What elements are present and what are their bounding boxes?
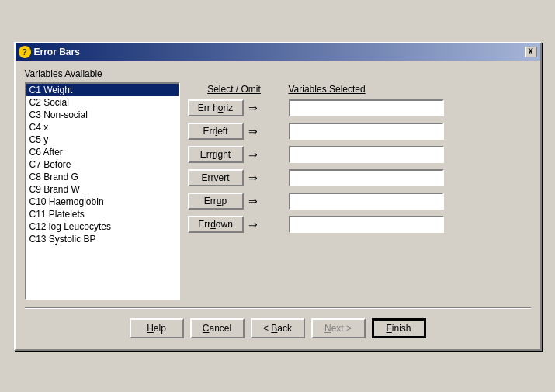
variables-selected-label: Variables Selected bbox=[289, 84, 531, 95]
variables-available-panel: Variables Available C1 Weight C2 Social … bbox=[25, 68, 180, 300]
list-item[interactable]: C4 x bbox=[26, 121, 179, 134]
up-input-row bbox=[289, 193, 531, 210]
vert-input-row bbox=[289, 169, 531, 186]
arrow-left: ⇒ bbox=[248, 125, 258, 137]
horiz-input[interactable] bbox=[289, 99, 444, 116]
list-item[interactable]: C1 Weight bbox=[26, 84, 179, 96]
select-omit-panel: Select / Omit Err horiz ⇒ Err left ⇒ Err… bbox=[188, 68, 281, 300]
title-bar-left: ? Error Bars bbox=[19, 46, 80, 58]
err-down-row: Err down ⇒ bbox=[188, 216, 281, 233]
next-button[interactable]: Next > bbox=[311, 318, 366, 338]
err-up-button[interactable]: Err up bbox=[188, 193, 244, 210]
variables-available-label: Variables Available bbox=[25, 68, 180, 79]
err-vert-row: Err vert ⇒ bbox=[188, 169, 281, 186]
right-input[interactable] bbox=[289, 146, 444, 163]
down-input[interactable] bbox=[289, 216, 444, 233]
right-input-row bbox=[289, 146, 531, 163]
arrow-right: ⇒ bbox=[248, 148, 258, 161]
dialog-content: Variables Available C1 Weight C2 Social … bbox=[16, 61, 540, 349]
err-up-row: Err up ⇒ bbox=[188, 193, 281, 210]
help-button[interactable]: Help bbox=[130, 318, 184, 338]
err-down-button[interactable]: Err down bbox=[188, 216, 244, 233]
list-item[interactable]: C8 Brand G bbox=[26, 171, 179, 183]
err-right-button[interactable]: Err right bbox=[188, 146, 244, 163]
arrow-up: ⇒ bbox=[248, 195, 258, 207]
select-omit-label: Select / Omit bbox=[188, 84, 281, 95]
list-item[interactable]: C3 Non-social bbox=[26, 109, 179, 121]
close-button[interactable]: X bbox=[525, 47, 537, 57]
dialog-title: Error Bars bbox=[34, 47, 80, 57]
left-input-row bbox=[289, 123, 531, 140]
cancel-button[interactable]: Cancel bbox=[190, 318, 245, 338]
variables-list[interactable]: C1 Weight C2 Social C3 Non-social C4 x C… bbox=[25, 82, 180, 300]
list-item[interactable]: C11 Platelets bbox=[26, 208, 179, 220]
back-button[interactable]: < Back bbox=[251, 318, 305, 338]
horiz-input-row bbox=[289, 99, 531, 116]
main-area: Variables Available C1 Weight C2 Social … bbox=[25, 68, 531, 300]
list-item[interactable]: C5 y bbox=[26, 134, 179, 146]
list-item[interactable]: C12 log Leucocytes bbox=[26, 220, 179, 233]
list-item[interactable]: C9 Brand W bbox=[26, 183, 179, 196]
err-left-button[interactable]: Err left bbox=[188, 123, 244, 140]
variables-selected-panel: Variables Selected bbox=[289, 68, 531, 300]
list-item[interactable]: C7 Before bbox=[26, 158, 179, 171]
err-left-row: Err left ⇒ bbox=[188, 123, 281, 140]
arrow-horiz: ⇒ bbox=[248, 102, 258, 114]
err-horiz-row: Err horiz ⇒ bbox=[188, 99, 281, 116]
divider bbox=[25, 307, 531, 309]
err-right-row: Err right ⇒ bbox=[188, 146, 281, 163]
finish-button[interactable]: Finish bbox=[372, 318, 426, 338]
down-input-row bbox=[289, 216, 531, 233]
button-row: Help Cancel < Back Next > Finish bbox=[25, 314, 531, 342]
vert-input[interactable] bbox=[289, 169, 444, 186]
list-item[interactable]: C6 After bbox=[26, 146, 179, 158]
list-item[interactable]: C13 Systolic BP bbox=[26, 233, 179, 245]
list-item[interactable]: C2 Social bbox=[26, 96, 179, 109]
left-input[interactable] bbox=[289, 123, 444, 140]
dialog-icon: ? bbox=[19, 46, 31, 58]
arrow-vert: ⇒ bbox=[248, 172, 258, 184]
arrow-down: ⇒ bbox=[248, 218, 258, 231]
err-vert-button[interactable]: Err vert bbox=[188, 169, 244, 186]
title-bar: ? Error Bars X bbox=[16, 43, 540, 61]
error-bars-dialog: ? Error Bars X Variables Available C1 We… bbox=[14, 42, 542, 351]
up-input[interactable] bbox=[289, 193, 444, 210]
list-item[interactable]: C10 Haemoglobin bbox=[26, 196, 179, 208]
err-horiz-button[interactable]: Err horiz bbox=[188, 99, 244, 116]
